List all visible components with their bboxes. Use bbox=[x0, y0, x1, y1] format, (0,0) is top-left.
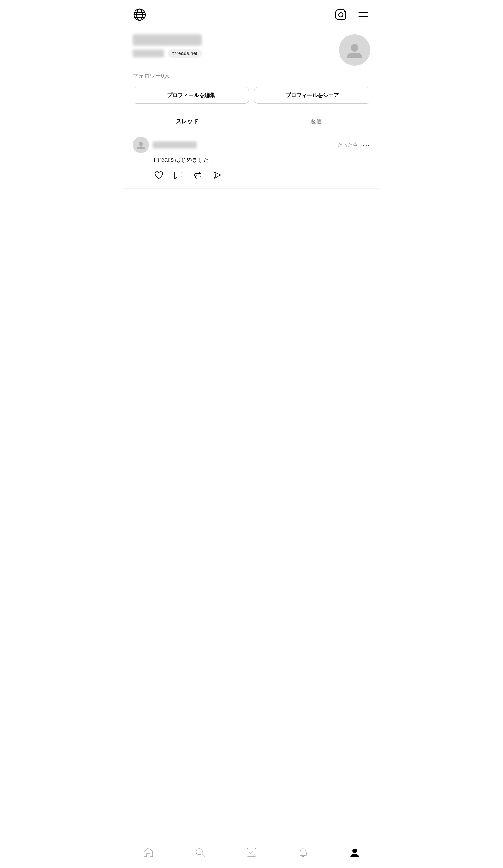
svg-point-12 bbox=[196, 848, 203, 855]
action-buttons: プロフィールを編集 プロフィールをシェア bbox=[123, 80, 380, 104]
profile-info: threads.net bbox=[133, 34, 332, 58]
profile-section: threads.net bbox=[123, 28, 380, 66]
nav-home[interactable] bbox=[136, 844, 160, 860]
post-header-left bbox=[133, 137, 197, 153]
post-content: Threads はじめました！ bbox=[133, 156, 370, 182]
followers-section: フォロワー0人 bbox=[123, 66, 380, 80]
tabs: スレッド 返信 bbox=[123, 113, 380, 131]
nav-activity[interactable] bbox=[291, 844, 315, 860]
tab-replies[interactable]: 返信 bbox=[252, 113, 380, 130]
svg-point-7 bbox=[343, 11, 345, 12]
post-header: たった今 ··· bbox=[133, 137, 370, 153]
svg-rect-14 bbox=[247, 848, 256, 857]
profile-name bbox=[133, 34, 202, 45]
instagram-icon[interactable] bbox=[334, 8, 348, 23]
svg-point-10 bbox=[351, 44, 358, 52]
post-header-right: たった今 ··· bbox=[338, 141, 370, 149]
svg-line-13 bbox=[202, 854, 205, 857]
like-button[interactable] bbox=[153, 169, 165, 182]
share-profile-button[interactable]: プロフィールをシェア bbox=[254, 87, 370, 104]
top-bar bbox=[123, 0, 380, 28]
profile-username bbox=[133, 50, 164, 57]
repost-button[interactable] bbox=[192, 169, 204, 182]
share-button[interactable] bbox=[211, 169, 223, 182]
comment-button[interactable] bbox=[172, 169, 184, 182]
post-text: Threads はじめました！ bbox=[153, 156, 370, 164]
thread-post: たった今 ··· Threads はじめました！ bbox=[123, 131, 380, 189]
post-time: たった今 bbox=[338, 142, 358, 148]
nav-search[interactable] bbox=[188, 844, 212, 860]
empty-content bbox=[123, 189, 380, 377]
followers-count: フォロワー0人 bbox=[133, 73, 170, 79]
profile-username-row: threads.net bbox=[133, 49, 332, 58]
bottom-nav bbox=[123, 839, 380, 868]
threads-net-badge[interactable]: threads.net bbox=[168, 49, 202, 58]
edit-profile-button[interactable]: プロフィールを編集 bbox=[133, 87, 249, 104]
post-username bbox=[153, 142, 197, 148]
svg-point-11 bbox=[139, 142, 143, 146]
svg-point-6 bbox=[339, 13, 343, 17]
post-more-button[interactable]: ··· bbox=[363, 141, 370, 149]
nav-profile[interactable] bbox=[343, 844, 367, 860]
profile-avatar bbox=[339, 34, 370, 66]
nav-compose[interactable] bbox=[239, 844, 264, 860]
tab-threads[interactable]: スレッド bbox=[123, 113, 252, 130]
post-actions bbox=[153, 169, 370, 182]
top-bar-right bbox=[334, 8, 370, 23]
globe-icon[interactable] bbox=[133, 8, 146, 23]
menu-icon[interactable] bbox=[357, 8, 370, 23]
post-avatar bbox=[133, 137, 149, 153]
svg-point-15 bbox=[352, 848, 357, 853]
bottom-spacer bbox=[123, 377, 380, 409]
